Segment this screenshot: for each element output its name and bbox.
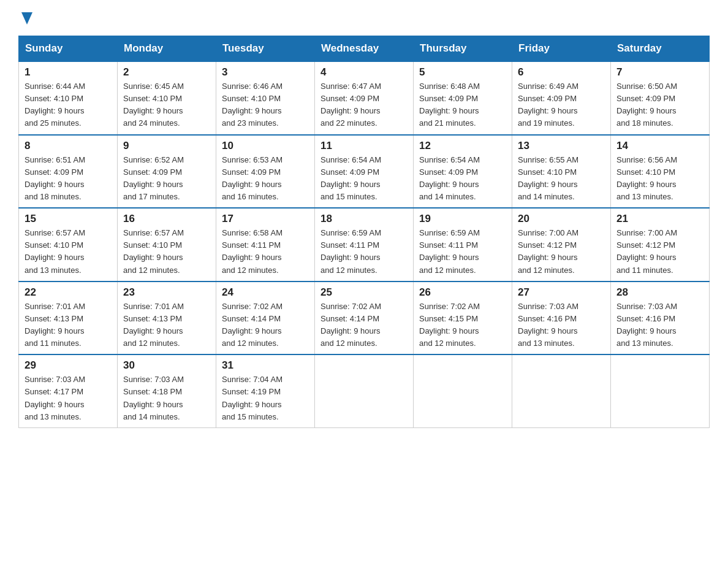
calendar-cell: 18Sunrise: 6:59 AMSunset: 4:11 PMDayligh… [315,208,414,282]
calendar-cell: 2Sunrise: 6:45 AMSunset: 4:10 PMDaylight… [118,61,216,135]
calendar-cell: 4Sunrise: 6:47 AMSunset: 4:09 PMDaylight… [315,61,414,135]
col-header-thursday: Thursday [414,36,512,62]
day-number: 13 [518,140,605,152]
page-header [18,12,710,25]
calendar-cell: 8Sunrise: 6:51 AMSunset: 4:09 PMDaylight… [19,135,118,209]
day-number: 4 [320,66,408,79]
calendar-cell: 10Sunrise: 6:53 AMSunset: 4:09 PMDayligh… [216,135,315,209]
calendar-cell: 23Sunrise: 7:01 AMSunset: 4:13 PMDayligh… [118,282,216,355]
day-number: 17 [222,213,309,225]
day-number: 25 [320,286,408,299]
calendar-header-row: SundayMondayTuesdayWednesdayThursdayFrid… [19,36,710,62]
day-number: 2 [123,66,210,79]
day-info: Sunrise: 6:55 AMSunset: 4:10 PMDaylight:… [518,154,605,204]
day-number: 18 [320,213,408,225]
day-number: 3 [222,66,309,79]
day-info: Sunrise: 6:49 AMSunset: 4:09 PMDaylight:… [518,80,605,130]
calendar-cell: 16Sunrise: 6:57 AMSunset: 4:10 PMDayligh… [118,208,216,282]
calendar-cell: 13Sunrise: 6:55 AMSunset: 4:10 PMDayligh… [512,135,611,209]
calendar-cell: 12Sunrise: 6:54 AMSunset: 4:09 PMDayligh… [414,135,512,209]
day-number: 10 [222,140,309,152]
day-number: 23 [123,286,210,299]
calendar-cell: 11Sunrise: 6:54 AMSunset: 4:09 PMDayligh… [315,135,414,209]
day-info: Sunrise: 7:01 AMSunset: 4:13 PMDaylight:… [123,301,210,350]
logo-arrow-icon [21,12,32,25]
calendar-cell: 20Sunrise: 7:00 AMSunset: 4:12 PMDayligh… [512,208,611,282]
day-info: Sunrise: 6:44 AMSunset: 4:10 PMDaylight:… [25,80,112,130]
col-header-sunday: Sunday [19,36,118,62]
day-info: Sunrise: 6:59 AMSunset: 4:11 PMDaylight:… [419,227,506,277]
day-number: 31 [222,359,309,372]
calendar-cell: 6Sunrise: 6:49 AMSunset: 4:09 PMDaylight… [512,61,611,135]
day-info: Sunrise: 6:53 AMSunset: 4:09 PMDaylight:… [222,154,309,204]
day-info: Sunrise: 6:54 AMSunset: 4:09 PMDaylight:… [419,154,506,204]
calendar-cell: 7Sunrise: 6:50 AMSunset: 4:09 PMDaylight… [611,61,710,135]
col-header-monday: Monday [118,36,216,62]
calendar-cell: 31Sunrise: 7:04 AMSunset: 4:19 PMDayligh… [216,354,315,427]
day-number: 9 [123,140,210,152]
calendar-cell: 19Sunrise: 6:59 AMSunset: 4:11 PMDayligh… [414,208,512,282]
calendar-cell [414,354,512,427]
day-info: Sunrise: 7:03 AMSunset: 4:17 PMDaylight:… [25,373,112,423]
day-info: Sunrise: 6:58 AMSunset: 4:11 PMDaylight:… [222,227,309,277]
day-info: Sunrise: 7:02 AMSunset: 4:15 PMDaylight:… [419,301,506,350]
day-info: Sunrise: 7:04 AMSunset: 4:19 PMDaylight:… [222,373,309,423]
day-number: 7 [616,66,703,79]
calendar-cell: 1Sunrise: 6:44 AMSunset: 4:10 PMDaylight… [19,61,118,135]
day-number: 19 [419,213,506,225]
day-number: 22 [25,286,112,299]
day-info: Sunrise: 7:01 AMSunset: 4:13 PMDaylight:… [25,301,112,350]
day-info: Sunrise: 7:02 AMSunset: 4:14 PMDaylight:… [222,301,309,350]
day-number: 30 [123,359,210,372]
day-number: 16 [123,213,210,225]
day-number: 11 [320,140,408,152]
day-number: 6 [518,66,605,79]
day-info: Sunrise: 7:03 AMSunset: 4:16 PMDaylight:… [518,301,605,350]
calendar-week-row: 29Sunrise: 7:03 AMSunset: 4:17 PMDayligh… [19,354,710,427]
calendar-week-row: 8Sunrise: 6:51 AMSunset: 4:09 PMDaylight… [19,135,710,209]
col-header-wednesday: Wednesday [315,36,414,62]
day-info: Sunrise: 6:56 AMSunset: 4:10 PMDaylight:… [616,154,703,204]
svg-marker-0 [21,12,32,25]
day-info: Sunrise: 6:57 AMSunset: 4:10 PMDaylight:… [25,227,112,277]
logo [18,12,32,25]
day-info: Sunrise: 7:00 AMSunset: 4:12 PMDaylight:… [616,227,703,277]
day-number: 28 [616,286,703,299]
calendar-cell: 26Sunrise: 7:02 AMSunset: 4:15 PMDayligh… [414,282,512,355]
day-info: Sunrise: 6:52 AMSunset: 4:09 PMDaylight:… [123,154,210,204]
day-number: 15 [25,213,112,225]
calendar-cell: 3Sunrise: 6:46 AMSunset: 4:10 PMDaylight… [216,61,315,135]
day-number: 24 [222,286,309,299]
day-number: 26 [419,286,506,299]
day-info: Sunrise: 6:57 AMSunset: 4:10 PMDaylight:… [123,227,210,277]
day-info: Sunrise: 7:02 AMSunset: 4:14 PMDaylight:… [320,301,408,350]
day-info: Sunrise: 6:50 AMSunset: 4:09 PMDaylight:… [616,80,703,130]
calendar-cell: 28Sunrise: 7:03 AMSunset: 4:16 PMDayligh… [611,282,710,355]
day-info: Sunrise: 6:59 AMSunset: 4:11 PMDaylight:… [320,227,408,277]
calendar-cell: 21Sunrise: 7:00 AMSunset: 4:12 PMDayligh… [611,208,710,282]
day-info: Sunrise: 6:48 AMSunset: 4:09 PMDaylight:… [419,80,506,130]
calendar-cell: 22Sunrise: 7:01 AMSunset: 4:13 PMDayligh… [19,282,118,355]
col-header-tuesday: Tuesday [216,36,315,62]
day-info: Sunrise: 6:45 AMSunset: 4:10 PMDaylight:… [123,80,210,130]
calendar-cell: 14Sunrise: 6:56 AMSunset: 4:10 PMDayligh… [611,135,710,209]
calendar-cell: 24Sunrise: 7:02 AMSunset: 4:14 PMDayligh… [216,282,315,355]
day-info: Sunrise: 7:00 AMSunset: 4:12 PMDaylight:… [518,227,605,277]
calendar-cell [611,354,710,427]
day-number: 27 [518,286,605,299]
day-info: Sunrise: 6:46 AMSunset: 4:10 PMDaylight:… [222,80,309,130]
calendar-week-row: 22Sunrise: 7:01 AMSunset: 4:13 PMDayligh… [19,282,710,355]
day-info: Sunrise: 7:03 AMSunset: 4:16 PMDaylight:… [616,301,703,350]
day-number: 1 [25,66,112,79]
col-header-friday: Friday [512,36,611,62]
day-number: 20 [518,213,605,225]
day-info: Sunrise: 6:54 AMSunset: 4:09 PMDaylight:… [320,154,408,204]
calendar-cell [315,354,414,427]
calendar-cell: 15Sunrise: 6:57 AMSunset: 4:10 PMDayligh… [19,208,118,282]
calendar-cell: 25Sunrise: 7:02 AMSunset: 4:14 PMDayligh… [315,282,414,355]
day-info: Sunrise: 7:03 AMSunset: 4:18 PMDaylight:… [123,373,210,423]
calendar-cell: 29Sunrise: 7:03 AMSunset: 4:17 PMDayligh… [19,354,118,427]
day-info: Sunrise: 6:51 AMSunset: 4:09 PMDaylight:… [25,154,112,204]
day-number: 12 [419,140,506,152]
calendar-cell: 5Sunrise: 6:48 AMSunset: 4:09 PMDaylight… [414,61,512,135]
